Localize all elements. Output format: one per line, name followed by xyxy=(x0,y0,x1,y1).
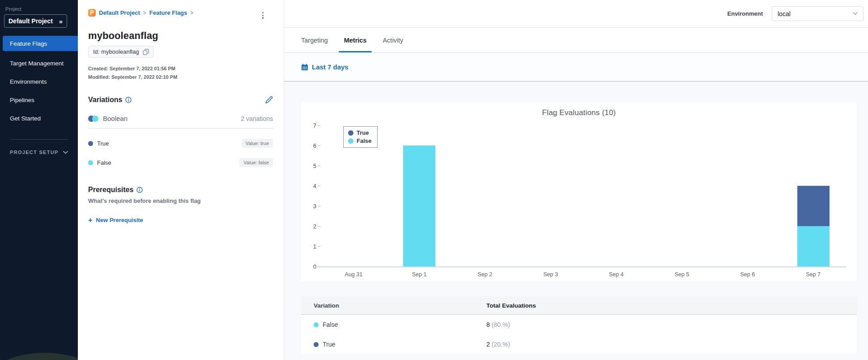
x-axis-label: Sep 5 xyxy=(649,271,715,278)
sidebar-item-get-started[interactable]: Get Started xyxy=(0,109,78,128)
prerequisites-section-header: Prerequisites xyxy=(88,186,273,194)
variations-section-header: Variations xyxy=(88,96,273,104)
copy-icon xyxy=(143,49,149,55)
y-axis-label: 2 xyxy=(305,223,316,230)
chart-slot-sep-2: Sep 2 xyxy=(452,126,518,266)
x-axis-label: Sep 1 xyxy=(387,271,452,278)
variation-color-dot xyxy=(314,322,319,327)
y-axis-tick xyxy=(318,146,320,146)
y-axis-label: 5 xyxy=(305,163,316,169)
variation-value-chip: Value: true xyxy=(242,139,273,148)
kebab-menu-icon[interactable] xyxy=(261,11,264,20)
table-header-variation: Variation xyxy=(301,302,486,309)
y-axis-tick xyxy=(318,266,320,267)
bar-sep-1 xyxy=(403,146,435,266)
x-axis-label: Sep 6 xyxy=(715,271,781,278)
environment-select-value: local xyxy=(778,10,791,17)
bar-segment-false xyxy=(403,146,435,266)
y-axis-label: 7 xyxy=(305,123,316,129)
breadcrumb-feature-flags-link[interactable]: Feature Flags xyxy=(149,9,187,16)
sidebar-corner-decoration xyxy=(0,353,78,360)
total-evaluations-value: 8 xyxy=(486,321,490,328)
variation-value-chip: Value: false xyxy=(239,158,273,167)
breadcrumb: Default Project > Feature Flags > xyxy=(88,9,273,17)
plus-icon: + xyxy=(88,217,92,223)
breadcrumb-separator: > xyxy=(143,10,146,16)
variation-color-dot xyxy=(314,342,319,347)
edit-variations-button[interactable] xyxy=(265,96,273,104)
flag-detail-panel: Default Project > Feature Flags > mybool… xyxy=(78,0,284,360)
calendar-icon xyxy=(301,64,308,71)
sidebar-item-feature-flags[interactable]: Feature Flags xyxy=(3,36,78,51)
date-range-button[interactable]: Last 7 days xyxy=(301,63,349,71)
sidebar-item-environments[interactable]: Environments xyxy=(0,73,78,91)
prerequisites-description: What's required before enabling this fla… xyxy=(88,197,273,204)
x-axis-label: Sep 2 xyxy=(452,271,518,278)
y-axis-tick xyxy=(318,206,320,206)
environment-label: Environment xyxy=(728,10,763,17)
table-variation-name: True xyxy=(323,341,335,348)
variation-type-label: Boolean xyxy=(103,115,128,122)
project-selector[interactable]: Default Project » xyxy=(4,14,67,28)
total-evaluations-percent: (80.%) xyxy=(492,321,510,328)
table-variation-name: False xyxy=(323,321,338,328)
table-header-row: Variation Total Evaluations xyxy=(301,296,857,315)
sidebar-item-project-setup[interactable]: PROJECT SETUP xyxy=(10,150,68,155)
chart-title: Flag Evaluations (10) xyxy=(301,103,857,117)
date-filter-bar: Last 7 days xyxy=(284,53,868,81)
project-selector-value: Default Project xyxy=(9,17,53,25)
table-header-total: Total Evaluations xyxy=(486,302,857,309)
y-axis-label: 6 xyxy=(305,143,316,149)
variation-name: True xyxy=(97,140,109,147)
y-axis-tick xyxy=(318,166,320,166)
tab-targeting[interactable]: Targeting xyxy=(301,28,328,52)
y-axis-label: 0 xyxy=(305,264,316,270)
date-range-label: Last 7 days xyxy=(312,63,349,71)
variation-row-true: TrueValue: true xyxy=(88,139,273,148)
environment-panel: Environment local TargetingMetricsActivi… xyxy=(284,0,868,360)
project-label: Project xyxy=(5,6,78,12)
flag-title: mybooleanflag xyxy=(88,30,273,42)
modified-date: Modified: September 7, 2022 02:10 PM xyxy=(88,74,273,80)
x-axis-label: Sep 4 xyxy=(583,271,649,278)
tab-metrics[interactable]: Metrics xyxy=(344,28,367,52)
y-axis-tick xyxy=(318,125,320,126)
bar-sep-7 xyxy=(797,186,830,266)
new-prerequisite-button[interactable]: + New Prerequisite xyxy=(88,217,273,223)
boolean-type-icon xyxy=(88,116,98,122)
new-prerequisite-label: New Prerequisite xyxy=(96,217,143,223)
chevron-down-icon xyxy=(63,151,68,154)
project-setup-label: PROJECT SETUP xyxy=(10,150,59,155)
table-row-true: True2 (20.%) xyxy=(301,334,857,354)
environment-header: Environment local xyxy=(284,0,868,28)
bar-segment-true xyxy=(797,186,830,226)
tabs: TargetingMetricsActivity xyxy=(284,28,868,53)
y-axis-label: 3 xyxy=(305,203,316,210)
flag-id-chip[interactable]: Id: mybooleanflag xyxy=(88,46,154,58)
variation-type-row: Boolean 2 variations xyxy=(88,115,273,129)
table-row-false: False8 (80.%) xyxy=(301,315,857,334)
prerequisites-heading: Prerequisites xyxy=(88,186,133,194)
y-axis-label: 4 xyxy=(305,183,316,189)
created-date: Created: September 7, 2022 01:56 PM xyxy=(88,66,273,71)
double-chevron-icon: » xyxy=(59,17,63,25)
bar-segment-false xyxy=(797,226,830,266)
tab-activity[interactable]: Activity xyxy=(383,28,403,52)
chart-slot-sep-1: Sep 1 xyxy=(387,126,452,266)
sidebar-item-target-management[interactable]: Target Management xyxy=(0,54,78,73)
chart-slot-sep-4: Sep 4 xyxy=(583,126,649,266)
environment-select[interactable]: local xyxy=(772,6,864,21)
info-icon[interactable] xyxy=(136,187,143,193)
sidebar-item-pipelines[interactable]: Pipelines xyxy=(0,91,78,109)
flagsmith-logo-icon xyxy=(88,9,96,17)
variation-count: 2 variations xyxy=(241,115,273,122)
variation-row-false: FalseValue: false xyxy=(88,158,273,167)
info-icon[interactable] xyxy=(125,97,132,103)
chart-slot-aug-31: Aug 31 xyxy=(321,126,387,266)
pencil-icon xyxy=(265,96,273,104)
sidebar: Project Default Project » Feature FlagsT… xyxy=(0,0,78,360)
x-axis-label: Aug 31 xyxy=(321,271,387,278)
breadcrumb-project-link[interactable]: Default Project xyxy=(99,9,140,16)
breadcrumb-separator: > xyxy=(190,10,193,16)
y-axis-tick xyxy=(318,186,320,186)
